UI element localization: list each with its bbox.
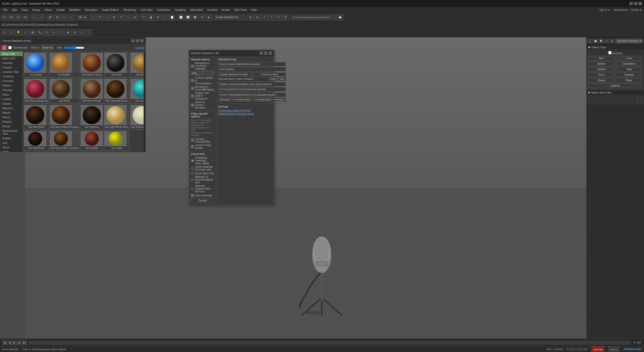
cat-carpets[interactable]: Carpets <box>0 65 23 70</box>
timeline-track[interactable] <box>29 341 630 344</box>
export-btn[interactable]: Ex <box>15 14 22 21</box>
mat-hair-brown[interactable]: Hair Brown <box>50 79 79 104</box>
cc-perf-debug-link[interactable]: Performance debugging FAQ <box>218 109 286 112</box>
tb-extra2[interactable]: ⊠ <box>254 14 261 21</box>
timeline-prev-frame[interactable]: ◀ <box>7 340 12 345</box>
st5[interactable]: ▦ <box>29 29 36 36</box>
cc-switch-corona-check[interactable] <box>191 104 194 107</box>
btn-torus[interactable]: Torus <box>588 72 615 77</box>
scale-btn[interactable]: ⤡ <box>125 14 131 21</box>
mat-fur-cartoon[interactable]: Fur Cartoon <box>24 53 49 78</box>
rotate-btn[interactable]: ↺ <box>118 14 124 21</box>
menu-edit[interactable]: Edit <box>10 8 19 12</box>
create-selection-btn[interactable]: Create Selection Se <box>215 15 245 20</box>
license-link[interactable]: License <box>136 46 144 49</box>
mat-hair-light-blonde[interactable]: Hair Light Blonde Shiny <box>104 105 129 130</box>
tb-extra5[interactable]: A <box>275 14 282 21</box>
mat-hair-dark-golden2[interactable]: Hair Dark Golden Chocolate <box>50 131 79 151</box>
mat-hair-colored[interactable]: Hair Colored <box>130 79 144 104</box>
cat-stone[interactable]: Stone <box>0 145 23 150</box>
cc-disable-disp-btn[interactable]: Disable displacement maps <box>218 72 252 76</box>
mat-fur-realistic[interactable]: Fur Realistic <box>50 53 79 78</box>
btn-geosphere[interactable]: GeoSphere <box>616 61 642 66</box>
sort-by-select[interactable]: Name <box>41 45 54 50</box>
mat-lib-icon[interactable]: C <box>2 45 7 50</box>
timeline-prev-key[interactable]: |◀ <box>2 340 7 345</box>
st13[interactable]: ⋮ <box>86 29 92 36</box>
select-btn[interactable]: ↖ <box>90 14 96 21</box>
align-btn[interactable]: ≡ <box>162 14 168 21</box>
menu-animation[interactable]: Animation <box>83 8 99 12</box>
st10[interactable]: ◉ <box>64 29 71 36</box>
maximize-btn[interactable]: □ <box>634 2 637 5</box>
mat-hair-dark-golden[interactable]: Hair Dark Golden Chocolate <box>50 105 79 130</box>
tb-path-btn[interactable]: 📁 <box>337 14 343 21</box>
menu-arnold[interactable]: Arnold <box>220 8 232 12</box>
cc-material-albedo-link[interactable]: Material albedo Helpdesk article <box>218 112 286 115</box>
cc-bitmap-to-corona-btn[interactable]: Bitmap(s) -> CoronaBitmap(s) <box>218 98 252 102</box>
mat-hair-dark-brown[interactable]: Hair Dark Brown <box>24 105 49 130</box>
cc-conv-scene-mats-radio[interactable] <box>191 167 194 170</box>
btn-textplus[interactable]: TextPlus <box>588 83 642 88</box>
cat-basic-hair[interactable]: Basic Hair <box>0 52 23 56</box>
import-btn[interactable]: Im <box>1 14 8 21</box>
mat-hair-dark-brown2[interactable]: Hair Dark Brown <box>24 131 49 151</box>
mat-hair-choc-brown[interactable]: Hair Chocolate Brown <box>104 79 129 104</box>
cc-vrayhdri-check[interactable] <box>191 139 194 142</box>
cat-glass[interactable]: Glass <box>0 92 23 97</box>
timeline-play[interactable]: ▶ <box>12 340 17 345</box>
menu-modifiers[interactable]: Modifiers <box>67 8 83 12</box>
st9[interactable]: ⬡ <box>57 29 64 36</box>
cat-walls[interactable]: Walls <box>0 150 23 152</box>
cat-liquids[interactable]: Liquids <box>0 101 23 106</box>
mat-hair-yellow[interactable]: Hair Yellow <box>104 131 129 151</box>
cc-show-warnings-check[interactable] <box>191 194 194 197</box>
menu-help[interactable]: Help <box>249 8 259 12</box>
btn-cylinder[interactable]: Cylinder <box>588 67 615 72</box>
timeline-next-key[interactable]: ▶| <box>22 340 27 345</box>
timeline-position[interactable] <box>29 341 30 345</box>
refcoord-btn[interactable]: ⊞ <box>132 14 138 21</box>
cat-masonry[interactable]: Masonry <box>0 106 23 110</box>
mat-hair-black[interactable]: Hair Black <box>104 53 129 78</box>
filter-select[interactable]: All <box>77 15 87 20</box>
mat-hair-blonde[interactable]: Hair Blonde <box>130 53 144 78</box>
size-slider[interactable] <box>64 46 84 50</box>
cat-fabrics[interactable]: Fabrics <box>0 83 23 88</box>
cc-minimize[interactable]: ─ <box>259 51 263 55</box>
menu-file[interactable]: File <box>1 8 10 12</box>
undo-btn[interactable]: ↩ <box>31 14 37 21</box>
cat-leather[interactable]: Leather <box>0 97 23 101</box>
menu-group[interactable]: Group <box>30 8 42 12</box>
st6[interactable]: 🔧 <box>36 29 43 36</box>
curve-editor-btn[interactable]: 📈 <box>178 14 184 21</box>
st4[interactable]: 🎥 <box>22 29 29 36</box>
btn-pyramid[interactable]: Pyramid <box>616 72 642 77</box>
menu-content[interactable]: Content <box>205 8 219 12</box>
layer-btn[interactable]: 📄 <box>169 14 175 21</box>
btn-sphere[interactable]: Sphere <box>588 61 615 66</box>
cc-vray-proxies-check[interactable] <box>191 145 194 148</box>
cc-close[interactable]: ✕ <box>268 51 272 55</box>
rect-select-btn[interactable]: ▭ <box>104 14 110 21</box>
st3[interactable]: 💡 <box>15 29 22 36</box>
mat-hair-burgundy[interactable]: Hair Blowout Burgundy <box>24 79 49 104</box>
close-btn[interactable]: ✕ <box>638 2 642 5</box>
merge-btn[interactable]: Me <box>8 14 15 21</box>
cc-thin-shell-check[interactable] <box>191 95 194 98</box>
cc-convert-class-btn[interactable]: Convert by class <box>252 72 286 76</box>
st1[interactable]: ⊕ <box>1 29 8 36</box>
btn-box[interactable]: Box <box>588 56 615 61</box>
cat-plastics[interactable]: Plastics <box>0 119 23 124</box>
redo-btn[interactable]: ↪ <box>38 14 45 21</box>
menu-rendering[interactable]: Rendering <box>122 8 138 12</box>
cc-conv-selected-radio[interactable] <box>191 178 194 181</box>
cc-disable-coronaround-btn[interactable]: Disable CoronaRoundEdges maps Legacy beh… <box>218 82 286 86</box>
cc-convert-vraydisp-btn[interactable]: Convert VRayDisplaceMod(s) to CoronaDisp… <box>218 93 286 97</box>
render-setup-btn[interactable]: ⚙ <box>199 14 205 21</box>
setkey-btn[interactable]: Set Key <box>608 346 620 352</box>
cc-maximize[interactable]: □ <box>264 51 267 55</box>
cat-flooring[interactable]: Flooring <box>0 88 23 92</box>
mirror-btn[interactable]: M <box>155 14 161 21</box>
cc-show-btn[interactable]: Show <box>268 77 277 81</box>
